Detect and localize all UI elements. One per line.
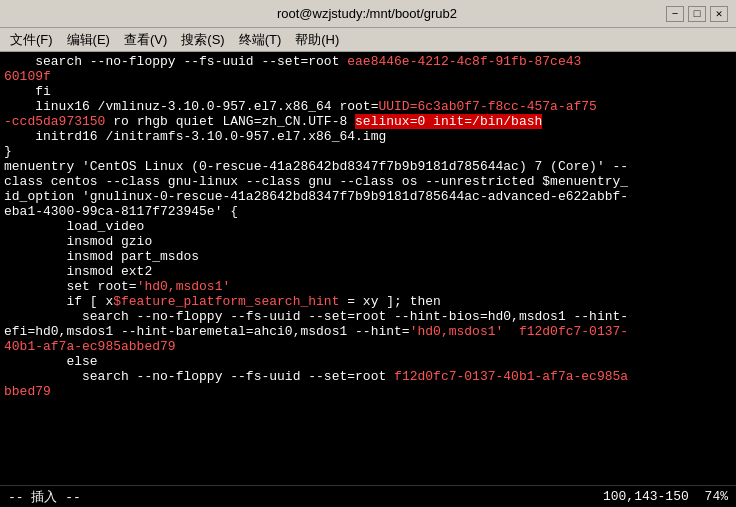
line-23: bbed79: [4, 384, 732, 399]
maximize-button[interactable]: □: [688, 6, 706, 22]
line-16: set root='hd0,msdos1': [4, 279, 732, 294]
line-19: efi=hd0,msdos1 --hint-baremetal=ahci0,ms…: [4, 324, 732, 339]
terminal-content[interactable]: search --no-floppy --fs-uuid --set=root …: [0, 52, 736, 485]
line-5: -ccd5da973150 ro rhgb quiet LANG=zh_CN.U…: [4, 114, 732, 129]
line-14: insmod part_msdos: [4, 249, 732, 264]
line-4: linux16 /vmlinuz-3.10.0-957.el7.x86_64 r…: [4, 99, 732, 114]
line-7: }: [4, 144, 732, 159]
line-22: search --no-floppy --fs-uuid --set=root …: [4, 369, 732, 384]
line-12: load_video: [4, 219, 732, 234]
menu-help[interactable]: 帮助(H): [289, 29, 345, 51]
line-11: eba1-4300-99ca-8117f723945e' {: [4, 204, 732, 219]
menu-view[interactable]: 查看(V): [118, 29, 173, 51]
line-8: menuentry 'CentOS Linux (0-rescue-41a286…: [4, 159, 732, 174]
menu-file[interactable]: 文件(F): [4, 29, 59, 51]
line-20: 40b1-af7a-ec985abbed79: [4, 339, 732, 354]
cursor-position: 100,143-150 74%: [603, 489, 728, 504]
terminal-wrapper: search --no-floppy --fs-uuid --set=root …: [0, 52, 736, 507]
menu-edit[interactable]: 编辑(E): [61, 29, 116, 51]
menubar: 文件(F) 编辑(E) 查看(V) 搜索(S) 终端(T) 帮助(H): [0, 28, 736, 52]
line-21: else: [4, 354, 732, 369]
menu-terminal[interactable]: 终端(T): [233, 29, 288, 51]
line-3: fi: [4, 84, 732, 99]
line-17: if [ x$feature_platform_search_hint = xy…: [4, 294, 732, 309]
window-controls[interactable]: − □ ✕: [666, 6, 728, 22]
line-2: 60109f: [4, 69, 732, 84]
vim-mode: -- 插入 --: [8, 488, 81, 506]
statusbar: -- 插入 -- 100,143-150 74%: [0, 485, 736, 507]
line-1: search --no-floppy --fs-uuid --set=root …: [4, 54, 732, 69]
line-10: id_option 'gnulinux-0-rescue-41a28642bd8…: [4, 189, 732, 204]
line-15: insmod ext2: [4, 264, 732, 279]
minimize-button[interactable]: −: [666, 6, 684, 22]
line-6: initrd16 /initramfs-3.10.0-957.el7.x86_6…: [4, 129, 732, 144]
titlebar: root@wzjstudy:/mnt/boot/grub2 − □ ✕: [0, 0, 736, 28]
titlebar-title: root@wzjstudy:/mnt/boot/grub2: [68, 6, 666, 21]
close-button[interactable]: ✕: [710, 6, 728, 22]
menu-search[interactable]: 搜索(S): [175, 29, 230, 51]
line-13: insmod gzio: [4, 234, 732, 249]
line-9: class centos --class gnu-linux --class g…: [4, 174, 732, 189]
line-18: search --no-floppy --fs-uuid --set=root …: [4, 309, 732, 324]
